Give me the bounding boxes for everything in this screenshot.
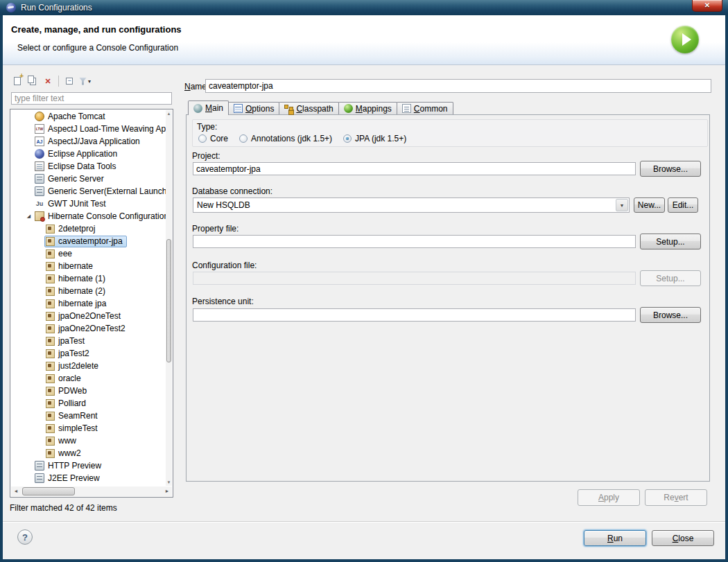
tab-common[interactable]: Common [397,102,453,114]
persistence-unit-input[interactable] [193,308,636,322]
tree-item-label: www2 [57,448,83,458]
scroll-up-arrow-icon[interactable]: ▲ [166,110,172,117]
tree-item-jpaone2onetest2[interactable]: jpaOne2OneTest2 [10,322,166,335]
tree-item-jpatest[interactable]: jpaTest [10,335,166,347]
close-button[interactable]: Close [652,530,714,546]
play-icon [682,33,691,46]
tab-main[interactable]: Main [188,100,229,115]
tree-item-2detetproj[interactable]: 2detetproj [10,222,166,235]
tree-item-jpaone2onetest[interactable]: jpaOne2OneTest [10,310,166,322]
combo-dropdown-arrow-icon[interactable]: ▼ [616,199,628,211]
hibernate-config-icon [46,262,55,271]
tree-item-label: www [57,436,78,446]
radio-option-label: JPA (jdk 1.5+) [355,134,406,143]
tab-options[interactable]: Options [228,102,279,114]
vertical-scrollbar-thumb[interactable] [166,239,171,362]
type-radio-group: CoreAnnotations (jdk 1.5+)JPA (jdk 1.5+) [198,134,417,143]
run-button[interactable]: Run [584,530,646,546]
close-window-button[interactable]: ✕ [692,0,722,12]
duplicate-configuration-button[interactable] [25,74,40,88]
tree-item-jpatest2[interactable]: jpaTest2 [10,347,166,360]
hibernate-config-icon [46,449,55,458]
server-icon [35,174,44,184]
tree-item-generic-server[interactable]: Generic Server [10,173,166,185]
help-button[interactable]: ? [17,529,33,545]
collapse-all-button[interactable] [62,74,77,88]
name-input[interactable] [205,79,711,93]
scroll-left-arrow-icon[interactable]: ◄ [11,486,21,496]
tree-item-aspectj-load-time-weaving-app[interactable]: AspectJ Load-Time Weaving App [10,123,166,135]
tree-item-eee[interactable]: eee [10,247,166,260]
tree-item-label: Generic Server [46,174,105,184]
tree-item-www2[interactable]: www2 [10,447,166,459]
run-mode-icon [671,26,699,53]
tree-item-simpletest[interactable]: simpleTest [10,422,166,434]
scroll-right-arrow-icon[interactable]: ► [162,486,172,496]
tree-item-eclipse-application[interactable]: Eclipse Application [10,148,166,160]
footer-separator [3,521,725,523]
tomcat-icon [35,112,44,121]
type-option-core[interactable]: Core [198,134,228,143]
tree-item-seamrent[interactable]: SeamRent [10,410,166,422]
persistence-unit-browse-button[interactable]: Browse... [640,307,701,323]
hibernate-config-icon [46,412,55,421]
tree-item-gwt-junit-test[interactable]: GWT JUnit Test [10,197,166,210]
tab-mappings[interactable]: Mappings [338,102,397,114]
tree-item-www[interactable]: www [10,434,166,447]
horizontal-scrollbar-thumb[interactable] [22,487,75,495]
tree-item-core: SeamRent [44,410,102,422]
tree-item-label: PDWeb [57,386,88,396]
tree-item-hibernate[interactable]: hibernate [10,260,166,272]
hibernate-config-icon [46,387,55,396]
tree-item-hibernate-2[interactable]: hibernate (2) [10,285,166,297]
run-configurations-window: Run Configurations ✕ Create, manage, and… [0,0,728,562]
property-file-setup-button[interactable]: Setup... [640,234,701,249]
tree-vertical-scrollbar[interactable]: ▲ ▼ [166,110,172,486]
tree-item-aspectj-java-application[interactable]: AspectJ/Java Application [10,135,166,148]
persistence-unit-label: Persistence unit: [192,297,254,306]
apply-button[interactable]: Apply [578,489,640,506]
tree-item-label: just2delete [57,361,100,371]
radio-option-label: Annotations (jdk 1.5+) [251,134,332,143]
tree-item-apache-tomcat[interactable]: Apache Tomcat [10,110,166,123]
type-option-jpa-jdk-1-5[interactable]: JPA (jdk 1.5+) [343,134,406,143]
filter-input[interactable] [11,92,172,105]
tree-item-hibernate-jpa[interactable]: hibernate jpa [10,297,166,310]
project-input[interactable] [193,162,636,175]
property-file-label: Property file: [192,224,239,234]
banner: Create, manage, and run configurations S… [3,15,725,65]
tab-classpath[interactable]: Classpath [279,102,338,114]
tree-item-generic-server-external-launch[interactable]: Generic Server(External Launch) [10,185,166,197]
type-group: Type: CoreAnnotations (jdk 1.5+)JPA (jdk… [192,119,708,147]
database-edit-button[interactable]: Edit... [668,197,698,213]
scroll-down-arrow-icon[interactable]: ▼ [166,479,172,486]
database-connection-select[interactable]: New HSQLDB ▼ [193,197,630,213]
tree-horizontal-scrollbar[interactable]: ◄ ► [11,486,172,496]
filter-button[interactable]: ▾ [77,74,93,88]
type-option-annotations-jdk-1-5[interactable]: Annotations (jdk 1.5+) [239,134,332,143]
tree-item-http-preview[interactable]: HTTP Preview [10,459,166,472]
tree-item-pdweb[interactable]: PDWeb [10,385,166,397]
tree-item-caveatemptor-jpa[interactable]: caveatemptor-jpa [10,235,166,247]
junit-icon [35,199,44,209]
property-file-input[interactable] [193,235,636,248]
tree-item-polliard[interactable]: Polliard [10,397,166,410]
tree-item-hibernate-1[interactable]: hibernate (1) [10,272,166,285]
tree-item-j2ee-preview[interactable]: J2EE Preview [10,472,166,484]
configuration-file-setup-button[interactable]: Setup... [640,270,701,286]
new-configuration-button[interactable] [10,74,25,88]
configuration-file-input[interactable] [193,272,636,285]
collapse-twistie-icon[interactable]: ◢ [24,210,33,222]
tree-item-oracle[interactable]: oracle [10,372,166,385]
titlebar[interactable]: Run Configurations ✕ [0,0,728,15]
tree-item-hibernate-console-configuration[interactable]: ◢Hibernate Console Configuration [10,210,166,222]
project-browse-button[interactable]: Browse... [640,161,701,177]
revert-button[interactable]: Revert [645,489,707,506]
database-new-button[interactable]: New... [634,197,665,213]
delete-configuration-button[interactable] [40,74,55,88]
tree-item-just2delete[interactable]: just2delete [10,360,166,372]
tree-item-label: AspectJ/Java Application [46,137,141,146]
tree-item-label: hibernate (1) [57,274,107,283]
tree-item-eclipse-data-tools[interactable]: Eclipse Data Tools [10,160,166,173]
tree-item-label: Generic Server(External Launch) [46,186,166,196]
